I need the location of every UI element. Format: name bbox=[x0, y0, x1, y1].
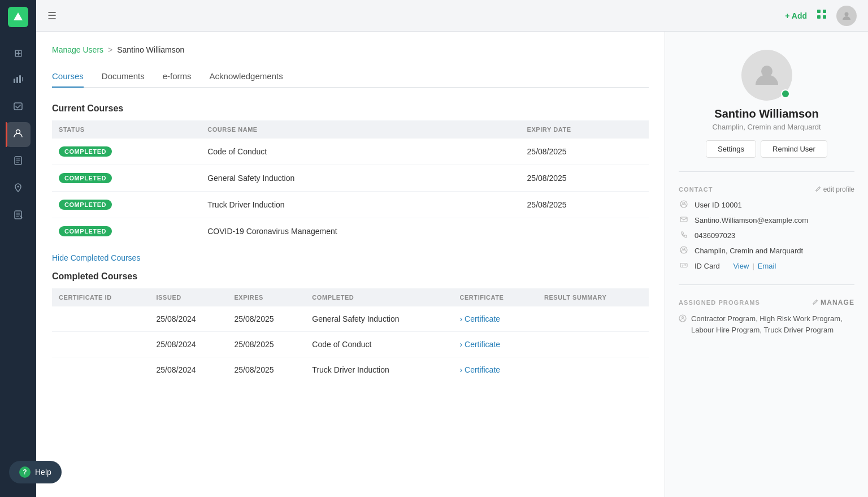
sidebar-item-tasks[interactable] bbox=[6, 95, 31, 120]
id-card-email-link[interactable]: Email bbox=[758, 262, 776, 270]
cell-issued: 25/08/2024 bbox=[150, 332, 228, 357]
status-badge: COMPLETED bbox=[59, 200, 112, 210]
certificate-link[interactable]: › Certificate bbox=[459, 340, 500, 349]
svg-rect-4 bbox=[22, 77, 23, 81]
certificate-link[interactable]: › Certificate bbox=[459, 314, 500, 323]
status-badge: COMPLETED bbox=[59, 226, 112, 236]
settings-button[interactable]: Settings bbox=[706, 140, 756, 158]
email-value: Santino.Williamson@example.com bbox=[695, 216, 808, 224]
cell-cert-id bbox=[52, 332, 150, 357]
row-course-name: Truck Driver Induction bbox=[201, 192, 520, 218]
svg-point-25 bbox=[682, 317, 684, 318]
col-course-name: COURSE NAME bbox=[201, 120, 520, 139]
content-layout: Manage Users > Santino Williamson Course… bbox=[36, 32, 868, 497]
status-badge: COMPLETED bbox=[59, 173, 112, 183]
cell-result bbox=[537, 306, 649, 332]
certificate-link[interactable]: › Certificate bbox=[459, 365, 500, 374]
sidebar-item-eforms[interactable] bbox=[6, 204, 31, 228]
row-status: COMPLETED bbox=[52, 218, 201, 245]
row-status: COMPLETED bbox=[52, 192, 201, 218]
cell-completed: Truck Driver Induction bbox=[305, 357, 453, 383]
profile-company: Champlin, Cremin and Marquardt bbox=[679, 123, 854, 131]
status-badge: COMPLETED bbox=[59, 146, 112, 157]
company-value: Champlin, Cremin and Marquardt bbox=[695, 247, 803, 255]
sidebar-item-analytics[interactable] bbox=[6, 68, 31, 93]
row-status: COMPLETED bbox=[52, 139, 201, 165]
email-icon bbox=[679, 215, 689, 225]
company-icon bbox=[679, 246, 689, 256]
tab-courses[interactable]: Courses bbox=[52, 66, 84, 88]
phone-icon bbox=[679, 231, 689, 240]
id-card-icon bbox=[679, 261, 689, 271]
main-panel: Manage Users > Santino Williamson Course… bbox=[36, 32, 665, 497]
id-card-actions: View | Email bbox=[733, 262, 776, 270]
hamburger-button[interactable]: ☰ bbox=[47, 10, 57, 22]
user-avatar-button[interactable] bbox=[836, 6, 857, 26]
contact-label-text: CONTACT bbox=[679, 186, 713, 193]
remind-user-button[interactable]: Remind User bbox=[761, 140, 827, 158]
manage-programs-link[interactable]: manage bbox=[811, 299, 854, 306]
svg-rect-11 bbox=[817, 10, 821, 13]
tabs-bar: Courses Documents e-forms Acknowledgemen… bbox=[52, 66, 649, 88]
right-panel: Santino Williamson Champlin, Cremin and … bbox=[665, 32, 868, 497]
online-status-dot bbox=[781, 89, 790, 98]
cell-completed: Code of Conduct bbox=[305, 332, 453, 357]
contact-phone: 0436097023 bbox=[679, 231, 854, 240]
edit-profile-link[interactable]: edit profile bbox=[814, 185, 854, 193]
row-expiry-date: 25/08/2025 bbox=[520, 165, 649, 192]
sidebar-item-users[interactable] bbox=[6, 122, 31, 147]
grid-icon[interactable] bbox=[816, 8, 827, 23]
col-result-summary: RESULT SUMMARY bbox=[537, 288, 649, 306]
programs-section: ASSIGNED PROGRAMS manage Contractor Prog… bbox=[679, 299, 854, 335]
tab-eforms[interactable]: e-forms bbox=[163, 66, 192, 88]
row-course-name: Code of Conduct bbox=[201, 139, 520, 165]
profile-section: Santino Williamson Champlin, Cremin and … bbox=[679, 50, 854, 172]
table-row: COMPLETED COVID-19 Coronavirus Managemen… bbox=[52, 218, 649, 245]
programs-list: Contractor Program, High Risk Work Progr… bbox=[691, 313, 854, 335]
col-status: STATUS bbox=[52, 120, 201, 139]
row-expiry-date: 25/08/2025 bbox=[520, 139, 649, 165]
svg-point-23 bbox=[685, 265, 686, 266]
current-courses-table: STATUS COURSE NAME EXPIRY DATE COMPLETED… bbox=[52, 120, 649, 244]
cell-result bbox=[537, 357, 649, 383]
sidebar-nav: ⊞ bbox=[0, 41, 36, 228]
sidebar-item-dashboard[interactable]: ⊞ bbox=[6, 41, 31, 66]
cell-certificate[interactable]: › Certificate bbox=[453, 357, 537, 383]
sidebar-item-reports[interactable] bbox=[6, 149, 31, 174]
reports-icon bbox=[13, 155, 23, 168]
contact-section-label: CONTACT edit profile bbox=[679, 185, 854, 193]
cell-completed: General Safety Induction bbox=[305, 306, 453, 332]
svg-rect-2 bbox=[16, 77, 18, 83]
table-row: 25/08/2024 25/08/2025 Truck Driver Induc… bbox=[52, 357, 649, 383]
user-id-value: User ID 10001 bbox=[695, 201, 742, 209]
avatar-container bbox=[741, 50, 792, 101]
add-button[interactable]: + Add bbox=[785, 11, 807, 20]
svg-rect-19 bbox=[680, 217, 687, 222]
table-row: COMPLETED General Safety Induction 25/08… bbox=[52, 165, 649, 192]
breadcrumb-separator: > bbox=[108, 45, 112, 54]
hide-completed-link[interactable]: Hide Completed Courses bbox=[52, 253, 140, 262]
row-expiry-date: 25/08/2025 bbox=[520, 192, 649, 218]
cell-issued: 25/08/2024 bbox=[150, 306, 228, 332]
tab-acknowledgements[interactable]: Acknowledgements bbox=[210, 66, 283, 88]
cell-expires: 25/08/2025 bbox=[227, 332, 305, 357]
tab-documents[interactable]: Documents bbox=[102, 66, 145, 88]
row-expiry-date bbox=[520, 218, 649, 245]
table-row: COMPLETED Code of Conduct 25/08/2025 bbox=[52, 139, 649, 165]
cell-issued: 25/08/2024 bbox=[150, 357, 228, 383]
cell-certificate[interactable]: › Certificate bbox=[453, 306, 537, 332]
contact-section: CONTACT edit profile User ID 10001 bbox=[679, 185, 854, 285]
sidebar-item-location[interactable] bbox=[6, 176, 31, 201]
col-certificate: CERTIFICATE bbox=[453, 288, 537, 306]
breadcrumb: Manage Users > Santino Williamson bbox=[52, 45, 649, 54]
completed-courses-heading: Completed Courses bbox=[52, 271, 649, 282]
app-logo[interactable] bbox=[8, 7, 28, 27]
cell-certificate[interactable]: › Certificate bbox=[453, 332, 537, 357]
check-icon bbox=[13, 101, 23, 114]
id-card-view-link[interactable]: View bbox=[733, 262, 749, 270]
contact-id-card: ID Card View | Email bbox=[679, 261, 854, 271]
row-course-name: General Safety Induction bbox=[201, 165, 520, 192]
breadcrumb-parent-link[interactable]: Manage Users bbox=[52, 45, 103, 54]
col-issued: ISSUED bbox=[150, 288, 228, 306]
help-button[interactable]: ? Help bbox=[9, 461, 62, 483]
